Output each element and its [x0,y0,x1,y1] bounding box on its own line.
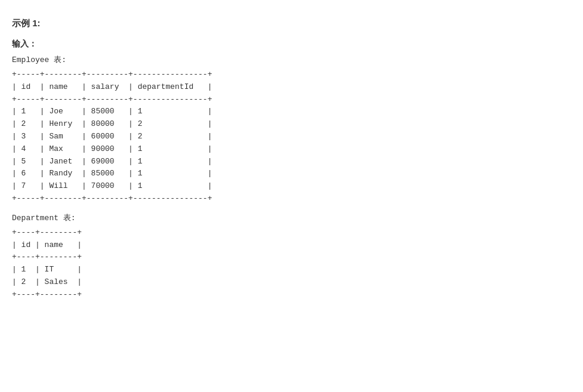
employee-table: +-----+--------+---------+--------------… [12,69,571,205]
example-section: 示例 1: 输入： Employee 表: +-----+--------+--… [12,12,571,314]
department-table-label: Department 表: [12,212,571,223]
employee-table-label: Employee 表: [12,54,571,65]
example-title: 示例 1: [12,18,571,29]
input-label: 输入： [12,39,571,50]
department-table: +----+--------+ | id | name | +----+----… [12,227,571,301]
